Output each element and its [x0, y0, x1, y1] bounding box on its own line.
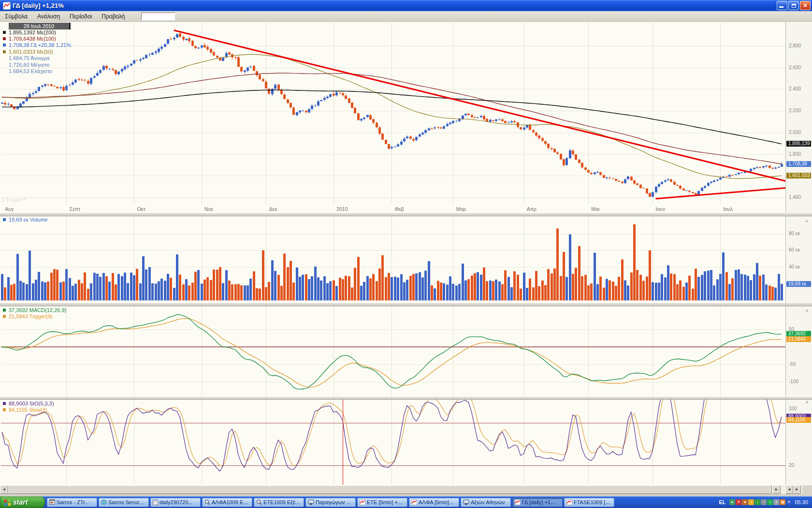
stoch-pane-close-icon[interactable]: ×: [804, 400, 810, 405]
task-button-3[interactable]: daily290720...: [150, 498, 201, 507]
month-label: Οκτ: [137, 206, 145, 212]
axis-label: 40 εκ: [789, 264, 800, 269]
month-label: Φεβ: [395, 206, 404, 212]
legend-text: 21,5843 Trigger(9): [9, 314, 53, 319]
axis-label: 60 εκ: [789, 247, 800, 253]
system-tray: ▸✕●!↓◔○◖▦R: [729, 499, 792, 505]
task-button-4[interactable]: ΑΛΦΑ1009 Ε...: [202, 498, 252, 507]
task-button-label: ΑΛΦΑ [5min]...: [419, 499, 453, 505]
macd-pane-close-icon[interactable]: ×: [804, 308, 810, 314]
value-tag: 84,1155: [786, 417, 811, 423]
task-button-label: ΓΔ [daily] +1...: [522, 499, 555, 505]
pane-splitter[interactable]: [0, 303, 812, 306]
tray-update-icon[interactable]: ↓: [754, 499, 760, 505]
legend-item: 1.726,60 Μέγιστο: [2, 61, 71, 68]
legend-text: 1.684,75 Άνοιγμα: [9, 55, 50, 61]
scrollbar-thumb[interactable]: [8, 485, 772, 494]
pane-splitter[interactable]: [0, 397, 812, 400]
chart-icon: [360, 499, 365, 505]
legend-text: 1.684,53 Ελάχιστο: [9, 68, 52, 74]
task-button-label: Sarros - ZTr...: [57, 499, 89, 505]
axis-label: 20: [789, 463, 794, 468]
legend-text: 19,69 εκ Volume: [9, 217, 48, 223]
taskbar-clock: 05:30: [792, 499, 812, 505]
start-button[interactable]: start: [0, 496, 45, 508]
windows-flag-icon: [4, 499, 11, 506]
tray-shield-icon[interactable]: !: [748, 499, 754, 505]
value-tag: 21,5843: [786, 336, 811, 342]
legend-text: 37,3692 MACD(12,26,9): [9, 307, 66, 313]
legend-swatch: [3, 44, 6, 46]
pane-splitter[interactable]: [0, 213, 812, 216]
tray-error-icon[interactable]: ✕: [736, 499, 741, 505]
language-indicator[interactable]: EL: [715, 499, 729, 505]
axis-label: 1.800: [789, 151, 801, 157]
month-label: Αυγ: [5, 206, 14, 212]
tray-media-icon[interactable]: ○: [767, 499, 773, 505]
watermark: ZTrade™: [2, 197, 28, 203]
legend-item: 19,69 εκ Volume: [2, 216, 48, 223]
volume-pane-close-icon[interactable]: ×: [804, 219, 810, 224]
legend-item: 21,5843 Trigger(9): [2, 313, 66, 319]
tray-clock-icon[interactable]: ◔: [761, 499, 767, 505]
pane-scroll-right-button[interactable]: ►: [793, 485, 801, 494]
search-icon: [204, 499, 210, 505]
legend-swatch: [3, 315, 6, 318]
horizontal-scrollbar[interactable]: ◄ ► ◄ ►: [0, 485, 812, 494]
app-icon: [49, 499, 55, 505]
task-button-8[interactable]: ΑΛΦΑ [5min]...: [409, 498, 459, 507]
legend-item: 1.684,53 Ελάχιστο: [2, 68, 71, 74]
tray-messenger-icon[interactable]: ●: [742, 499, 748, 505]
axis-label: 1.400: [789, 194, 801, 200]
value-tag: 1.895,139: [786, 141, 811, 147]
tray-volume-icon[interactable]: ◖: [773, 499, 779, 505]
legend-item: 88,9003 StO(5,3,3): [2, 400, 54, 406]
search-icon: [256, 499, 262, 505]
month-label: Ιουν: [656, 206, 666, 212]
tray-app-icon[interactable]: R: [786, 499, 792, 505]
legend-text: 1.709,6438 Με(100): [9, 36, 56, 42]
task-button-1[interactable]: Sarros - ZTr...: [47, 498, 97, 507]
legend-item: 1.709,6438 Με(100): [2, 35, 71, 42]
legend-text: 1.726,60 Μέγιστο: [9, 62, 50, 68]
value-tag: 37,3692: [786, 331, 811, 337]
value-tag: 1.708,38: [786, 161, 811, 167]
task-button-label: Αξιών Αθηνών: [471, 499, 505, 505]
scrollbar-corner: [802, 485, 812, 494]
task-button-11[interactable]: FTASE1009 [...: [564, 498, 614, 507]
legend-swatch: [3, 408, 6, 411]
legend-item: 1.708,38 ΓΔ +20,38 1,21%: [2, 42, 71, 48]
tray-network-icon[interactable]: ▸: [729, 499, 735, 505]
chart-canvas[interactable]: [0, 0, 812, 486]
legend-swatch: [3, 31, 6, 34]
price-legend: 1.895,1392 Με(200)1.709,6438 Με(100)1.70…: [2, 29, 71, 75]
task-button-6[interactable]: Παραγώγων ...: [305, 498, 356, 507]
legend-item: 84,1155 Slow(3): [2, 406, 54, 413]
task-button-label: ΕΤΕ1009 Εξέ...: [263, 499, 300, 505]
task-button-label: FTASE1009 [...: [574, 499, 609, 505]
legend-item: 37,3692 MACD(12,26,9): [2, 307, 66, 313]
task-button-10[interactable]: ΓΔ [daily] +1...: [512, 498, 563, 507]
axis-label: -50: [789, 361, 796, 367]
task-button-7[interactable]: ΕΤΕ [5min] +...: [357, 498, 407, 507]
task-button-2[interactable]: Sarros Secur...: [99, 498, 149, 507]
scroll-right-button[interactable]: ►: [772, 485, 781, 494]
chart-icon: [566, 499, 572, 505]
month-label: Σεπτ: [70, 206, 81, 212]
volume-legend: 19,69 εκ Volume: [2, 216, 48, 223]
tray-window-icon[interactable]: ▦: [780, 499, 785, 505]
scroll-left-button[interactable]: ◄: [0, 485, 8, 494]
task-button-9[interactable]: Αξιών Αθηνών: [461, 498, 511, 507]
macd-legend: 37,3692 MACD(12,26,9)21,5843 Trigger(9): [2, 307, 66, 320]
pane-scroll-left-button[interactable]: ◄: [785, 485, 793, 494]
axis-label: 2.000: [789, 130, 801, 135]
axis-label: 80 εκ: [789, 231, 800, 236]
task-button-label: Sarros Secur...: [108, 499, 144, 505]
legend-swatch: [3, 402, 6, 405]
notepad-icon: [153, 499, 158, 505]
month-label: 2010: [336, 206, 348, 212]
monitor-icon: [463, 499, 469, 505]
task-button-label: ΕΤΕ [5min] +...: [367, 499, 402, 505]
task-button-5[interactable]: ΕΤΕ1009 Εξέ...: [254, 498, 304, 507]
month-label: Μαρ: [456, 206, 466, 212]
